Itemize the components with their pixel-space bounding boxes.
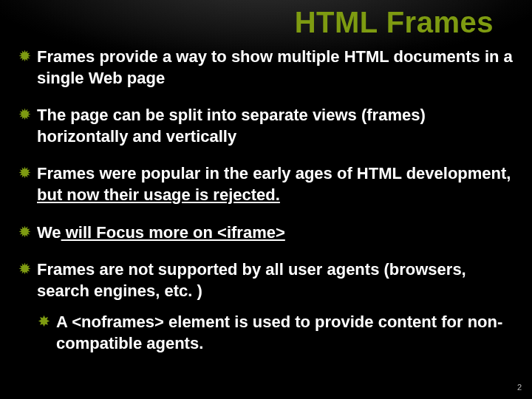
sub-bullet-list: A <noframes> element is used to provide … — [37, 312, 514, 354]
bullet-3: Frames were popular in the early ages of… — [18, 163, 514, 205]
sub-bullet-lead: A — [56, 313, 67, 331]
bullet-4: We will Focus more on <iframe> — [18, 222, 514, 244]
bullet-text: were popular in the early ages of HTML d… — [95, 164, 511, 183]
bullet-lead: Frames — [37, 164, 95, 183]
sub-bullet-text: <noframes> element is used to provide co… — [56, 313, 502, 352]
bullet-text: page can be split into separate views (f… — [37, 106, 426, 146]
slide-title: HTML Frames — [18, 6, 514, 39]
bullet-text: provide a way to show multiple HTML docu… — [37, 47, 513, 87]
sub-bullet-1: A <noframes> element is used to provide … — [37, 312, 514, 354]
bullet-lead: Frames — [37, 47, 95, 66]
bullet-list: Frames provide a way to show multiple HT… — [18, 47, 514, 355]
bullet-2: The page can be split into separate view… — [18, 105, 514, 147]
bullet-lead: Frames — [37, 260, 95, 279]
bullet-underline: will Focus more on <iframe> — [61, 223, 285, 242]
bullet-lead: We — [37, 223, 61, 242]
bullet-1: Frames provide a way to show multiple HT… — [18, 47, 514, 89]
slide: HTML Frames Frames provide a way to show… — [0, 0, 532, 399]
bullet-lead: The — [37, 106, 66, 124]
bullet-text: are not supported by all user agents (br… — [37, 260, 466, 300]
bullet-5: Frames are not supported by all user age… — [18, 259, 514, 354]
page-number: 2 — [517, 383, 522, 392]
bullet-underline: but now their usage is rejected. — [37, 185, 280, 204]
